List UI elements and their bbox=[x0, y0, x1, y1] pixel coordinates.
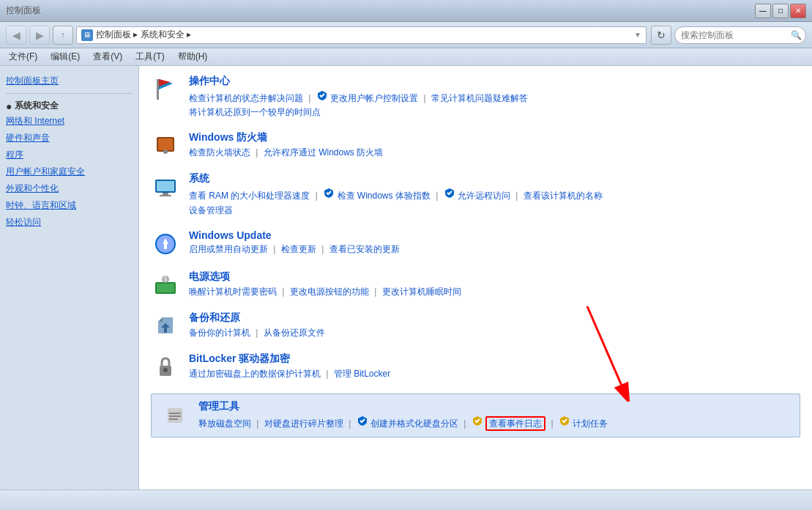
sidebar-item-hardware[interactable]: 硬件和声音 bbox=[6, 132, 133, 144]
section-action-center: 操作中心 检查计算机的状态并解决问题 | 更改用户帐户控制设置 | 常见计算机问… bbox=[151, 75, 800, 119]
link-defrag[interactable]: 对硬盘进行碎片整理 bbox=[264, 418, 343, 429]
bitlocker-links: 通过加密磁盘上的数据保护计算机 | 管理 BitLocker bbox=[189, 367, 800, 381]
title-bar-controls: — □ ✕ bbox=[755, 4, 806, 18]
link-event-log[interactable]: 查看事件日志 bbox=[485, 416, 545, 431]
windows-update-title[interactable]: Windows Update bbox=[189, 229, 800, 241]
action-center-content: 操作中心 检查计算机的状态并解决问题 | 更改用户帐户控制设置 | 常见计算机问… bbox=[189, 75, 800, 119]
address-dropdown-icon[interactable]: ▼ bbox=[634, 31, 641, 39]
bitlocker-title[interactable]: BitLocker 驱动器加密 bbox=[189, 352, 800, 366]
address-text: 控制面板 ▸ 系统和安全 ▸ bbox=[96, 29, 634, 41]
power-links: 唤醒计算机时需要密码 | 更改电源按钮的功能 | 更改计算机睡眠时间 bbox=[189, 285, 800, 299]
menu-bar: 文件(F) 编辑(E) 查看(V) 工具(T) 帮助(H) bbox=[0, 48, 812, 66]
sidebar-item-clock[interactable]: 时钟、语言和区域 bbox=[6, 199, 133, 212]
link-computer-name[interactable]: 查看该计算机的名称 bbox=[524, 191, 603, 201]
power-title[interactable]: 电源选项 bbox=[189, 270, 800, 284]
link-firewall-status[interactable]: 检查防火墙状态 bbox=[189, 147, 250, 158]
backup-title[interactable]: 备份和还原 bbox=[189, 311, 800, 325]
windows-update-icon bbox=[151, 229, 180, 259]
main-layout: 控制面板主页 ● 系统和安全 网络和 Internet 硬件和声音 程序 用户帐… bbox=[0, 66, 812, 489]
link-ram[interactable]: 查看 RAM 的大小和处理器速度 bbox=[189, 191, 310, 201]
backup-icon bbox=[151, 311, 180, 341]
maximize-button[interactable]: □ bbox=[772, 4, 789, 18]
status-bar bbox=[0, 489, 812, 510]
sidebar: 控制面板主页 ● 系统和安全 网络和 Internet 硬件和声音 程序 用户帐… bbox=[0, 66, 139, 489]
backup-content: 备份和还原 备份你的计算机 | 从备份还原文件 bbox=[189, 311, 800, 340]
title-bar-left: 控制面板 bbox=[6, 4, 41, 17]
link-encrypt[interactable]: 通过加密磁盘上的数据保护计算机 bbox=[189, 369, 321, 379]
bitlocker-icon bbox=[151, 352, 180, 382]
power-content: 电源选项 唤醒计算机时需要密码 | 更改电源按钮的功能 | 更改计算机睡眠时间 bbox=[189, 270, 800, 299]
menu-help[interactable]: 帮助(H) bbox=[172, 49, 214, 64]
link-check-update[interactable]: 检查更新 bbox=[281, 244, 316, 254]
menu-tools[interactable]: 工具(T) bbox=[130, 49, 170, 64]
link-free-disk[interactable]: 释放磁盘空间 bbox=[198, 418, 251, 429]
link-backup-pc[interactable]: 备份你的计算机 bbox=[189, 328, 250, 338]
action-center-links: 检查计算机的状态并解决问题 | 更改用户帐户控制设置 | 常见计算机问题疑难解答… bbox=[189, 89, 800, 119]
window-title: 控制面板 bbox=[6, 4, 41, 17]
shield-blue-icon4 bbox=[357, 415, 368, 426]
search-input[interactable] bbox=[681, 30, 791, 40]
menu-file[interactable]: 文件(F) bbox=[3, 49, 43, 64]
tools-content: 管理工具 释放磁盘空间 | 对硬盘进行碎片整理 | 创建并格式化硬盘分区 | 查… bbox=[198, 400, 791, 431]
link-experience[interactable]: 检查 Windows 体验指数 bbox=[338, 191, 431, 201]
link-restore-file[interactable]: 从备份还原文件 bbox=[264, 328, 325, 338]
backup-links: 备份你的计算机 | 从备份还原文件 bbox=[189, 326, 800, 340]
action-center-title[interactable]: 操作中心 bbox=[189, 75, 800, 88]
link-wake-password[interactable]: 唤醒计算机时需要密码 bbox=[189, 287, 277, 297]
link-change-uac[interactable]: 更改用户帐户控制设置 bbox=[330, 93, 418, 103]
tools-icon bbox=[160, 401, 190, 430]
shield-gold-icon1 bbox=[472, 415, 483, 426]
link-check-status[interactable]: 检查计算机的状态并解决问题 bbox=[189, 93, 303, 103]
search-box[interactable]: 🔍 bbox=[674, 26, 806, 44]
link-power-btn[interactable]: 更改电源按钮的功能 bbox=[290, 287, 369, 297]
sidebar-home-link[interactable]: 控制面板主页 bbox=[6, 75, 133, 87]
minimize-button[interactable]: — bbox=[755, 4, 771, 18]
address-icon: 🖥 bbox=[81, 29, 93, 41]
back-button[interactable]: ◀ bbox=[6, 26, 26, 45]
windows-update-content: Windows Update 启用或禁用自动更新 | 检查更新 | 查看已安装的… bbox=[189, 229, 800, 256]
system-title[interactable]: 系统 bbox=[189, 172, 800, 185]
link-format-disk[interactable]: 创建并格式化硬盘分区 bbox=[370, 418, 458, 429]
windows-update-links: 启用或禁用自动更新 | 检查更新 | 查看已安装的更新 bbox=[189, 243, 800, 256]
shield-blue-icon1 bbox=[316, 89, 328, 101]
section-power: 电源选项 唤醒计算机时需要密码 | 更改电源按钮的功能 | 更改计算机睡眠时间 bbox=[151, 270, 800, 300]
link-installed-update[interactable]: 查看已安装的更新 bbox=[329, 244, 400, 254]
sidebar-item-ease[interactable]: 轻松访问 bbox=[6, 216, 133, 229]
link-device-manager[interactable]: 设备管理器 bbox=[189, 205, 233, 215]
firewall-title[interactable]: Windows 防火墙 bbox=[189, 131, 800, 144]
search-icon[interactable]: 🔍 bbox=[791, 30, 802, 40]
address-bar[interactable]: 🖥 控制面板 ▸ 系统和安全 ▸ ▼ bbox=[76, 26, 647, 44]
sidebar-active-item: ● 系统和安全 bbox=[6, 100, 133, 112]
title-bar: 控制面板 — □ ✕ bbox=[0, 0, 812, 22]
section-firewall: Windows 防火墙 检查防火墙状态 | 允许程序通过 Windows 防火墙 bbox=[151, 131, 800, 160]
sidebar-item-network[interactable]: 网络和 Internet bbox=[6, 115, 133, 128]
tools-title[interactable]: 管理工具 bbox=[198, 400, 791, 413]
menu-edit[interactable]: 编辑(E) bbox=[45, 49, 86, 64]
link-task-scheduler[interactable]: 计划任务 bbox=[573, 418, 608, 429]
link-restore[interactable]: 将计算机还原到一个较早的时间点 bbox=[189, 107, 321, 117]
firewall-content: Windows 防火墙 检查防火墙状态 | 允许程序通过 Windows 防火墙 bbox=[189, 131, 800, 160]
system-content: 系统 查看 RAM 的大小和处理器速度 | 检查 Windows 体验指数 | … bbox=[189, 172, 800, 217]
sidebar-item-appearance[interactable]: 外观和个性化 bbox=[6, 182, 133, 195]
link-auto-update[interactable]: 启用或禁用自动更新 bbox=[189, 244, 268, 254]
refresh-button[interactable]: ↻ bbox=[651, 26, 671, 45]
link-allow-program[interactable]: 允许程序通过 Windows 防火墙 bbox=[264, 147, 383, 158]
section-bitlocker: BitLocker 驱动器加密 通过加密磁盘上的数据保护计算机 | 管理 Bit… bbox=[151, 352, 800, 382]
menu-view[interactable]: 查看(V) bbox=[87, 49, 128, 64]
sidebar-item-users[interactable]: 用户帐户和家庭安全 bbox=[6, 166, 133, 178]
shield-blue-icon3 bbox=[444, 187, 455, 199]
up-button[interactable]: ↑ bbox=[53, 26, 73, 45]
close-button[interactable]: ✕ bbox=[790, 4, 806, 18]
link-troubleshoot[interactable]: 常见计算机问题疑难解答 bbox=[431, 93, 528, 103]
action-center-icon bbox=[151, 75, 180, 104]
nav-bar: ◀ ▶ ↑ 🖥 控制面板 ▸ 系统和安全 ▸ ▼ ↻ 🔍 bbox=[0, 22, 812, 48]
forward-button[interactable]: ▶ bbox=[29, 26, 50, 45]
link-remote[interactable]: 允许远程访问 bbox=[458, 191, 510, 201]
link-manage-bitlocker[interactable]: 管理 BitLocker bbox=[334, 369, 390, 379]
link-sleep[interactable]: 更改计算机睡眠时间 bbox=[382, 287, 461, 297]
power-icon bbox=[151, 270, 180, 300]
sidebar-item-programs[interactable]: 程序 bbox=[6, 149, 133, 161]
tools-links: 释放磁盘空间 | 对硬盘进行碎片整理 | 创建并格式化硬盘分区 | 查看事件日志… bbox=[198, 415, 791, 431]
shield-blue-icon2 bbox=[323, 187, 335, 199]
content-area: 操作中心 检查计算机的状态并解决问题 | 更改用户帐户控制设置 | 常见计算机问… bbox=[139, 66, 812, 489]
